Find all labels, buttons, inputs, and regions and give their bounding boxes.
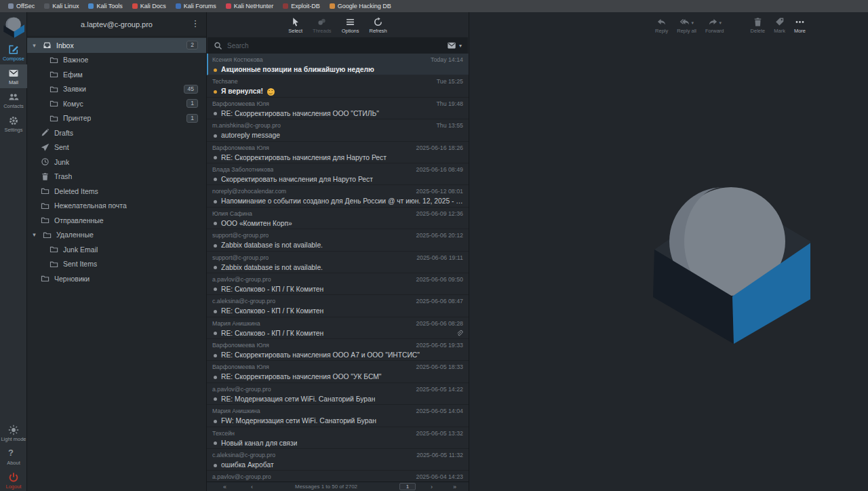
toolbar-label: Refresh [369, 28, 387, 34]
message-sender: c.aleksina@c-group.pro [212, 297, 275, 306]
folder-item-junk[interactable]: Junk [27, 155, 206, 170]
sidebar-item-compose[interactable]: Compose [0, 41, 27, 64]
search-input[interactable] [227, 42, 442, 50]
select-button[interactable]: Select [288, 17, 302, 34]
message-row[interactable]: c.aleksina@c-group.pro 2025-06-05 11:32 … [207, 449, 469, 471]
last-page-button[interactable]: » [453, 483, 456, 491]
folder-item-n16[interactable]: Черновики [27, 271, 206, 286]
message-subject: RE: Сколково - КП / ГК Комитен [221, 284, 323, 295]
toolbar-label: More [794, 28, 806, 34]
folder-item-n3[interactable]: Заявки 45 [27, 82, 206, 97]
tag-icon [774, 17, 785, 27]
delete-button[interactable]: Delete [751, 17, 766, 34]
account-menu-button[interactable]: ⋮ [191, 18, 200, 28]
message-sender: a.pavlov@c-group.pro [212, 385, 271, 394]
bookmark-kali-docs[interactable]: Kali Docs [127, 2, 171, 10]
message-row[interactable]: Влада Заболотникова 2025-06-16 08:49 Ско… [207, 163, 469, 185]
message-row[interactable]: c.aleksina@c-group.pro 2025-06-06 08:47 … [207, 295, 469, 317]
folder-item-junk-email[interactable]: Junk Email [27, 242, 206, 257]
chevron-down-icon[interactable]: ▾ [31, 231, 38, 238]
chevron-down-icon[interactable]: ▾ [31, 42, 38, 49]
threads-button[interactable]: Threads [313, 17, 332, 34]
message-date: 2025-06-05 13:32 [416, 429, 463, 438]
page-number-input[interactable]: 1 [399, 483, 416, 490]
folder-item-sent-items[interactable]: Sent Items [27, 257, 206, 272]
bookmark-offsec[interactable]: OffSec [3, 2, 39, 10]
inbox-icon [43, 41, 52, 50]
sidebar-item-about[interactable]: ? About [0, 445, 27, 469]
folder-item-n5[interactable]: Принтер 1 [27, 111, 206, 126]
bookmark-label: OffSec [16, 3, 35, 9]
first-page-button[interactable]: « [223, 483, 226, 491]
message-date: 2025-06-05 19:33 [416, 341, 463, 350]
message-row[interactable]: m.anishkina@c-group.pro Thu 13:55 autore… [207, 119, 469, 141]
sidebar-item-settings[interactable]: Settings [0, 112, 27, 136]
folder-icon [41, 186, 50, 195]
sidebar-item-logout[interactable]: Logout [0, 469, 27, 491]
clip-icon [456, 330, 463, 337]
message-row[interactable]: Ксения Костюкова Today 14:14 Акционные п… [207, 54, 469, 75]
folder-item-n13[interactable]: ▾ Удаленные [27, 228, 206, 243]
refresh-icon [373, 17, 383, 27]
search-scope-button[interactable]: ▾ [447, 41, 462, 50]
message-date: 2025-06-06 08:28 [416, 319, 463, 328]
folder-item-n11[interactable]: Нежелательная почта [27, 199, 206, 214]
folder-item-n4[interactable]: Комус 1 [27, 96, 206, 111]
message-row[interactable]: Мария Анишкина 2025-06-06 08:28 RE: Скол… [207, 317, 469, 339]
bookmark-google-hacking-db[interactable]: Google Hacking DB [325, 2, 396, 10]
message-row[interactable]: Техсейн 2025-06-05 13:32 Новый канал для… [207, 427, 469, 449]
message-row[interactable]: Варфоломеева Юля Thu 19:48 RE: Скорректи… [207, 98, 469, 119]
gear-icon [8, 115, 19, 126]
folder-icon [41, 274, 50, 283]
account-email[interactable]: a.laptev@c-group.pro [81, 20, 153, 28]
message-row[interactable]: a.pavlov@c-group.pro 2025-06-04 14:23 [207, 471, 469, 482]
folder-item-inbox[interactable]: ▾ Inbox 2 [27, 38, 206, 53]
message-subject: Скорректировать начисления для Наруто Ре… [221, 174, 373, 185]
message-row[interactable]: a.pavlov@c-group.pro 2025-06-05 14:22 RE… [207, 383, 469, 405]
message-subject: Я вернулся! [221, 86, 263, 97]
message-row[interactable]: support@c-group.pro 2025-06-06 19:11 Zab… [207, 252, 469, 273]
power-icon [8, 472, 19, 483]
sidebar-item-mail[interactable]: Mail [0, 64, 27, 88]
folder-item-sent[interactable]: Sent [27, 140, 206, 155]
message-row[interactable]: Techsane Tue 15:25 Я вернулся! [207, 75, 469, 97]
message-date: 2025-06-09 12:36 [416, 210, 463, 218]
refresh-button[interactable]: Refresh [369, 17, 387, 34]
bookmark-kali-forums[interactable]: Kali Forums [171, 2, 221, 10]
toolbar-label: Threads [313, 28, 332, 34]
folder-item-deleted-items[interactable]: Deleted Items [27, 184, 206, 199]
bookmark-kali-tools[interactable]: Kali Tools [83, 2, 127, 10]
sidebar-item-contacts[interactable]: Contacts [0, 88, 27, 112]
more-button[interactable]: More [794, 17, 806, 34]
mark-button[interactable]: Mark [774, 17, 785, 34]
message-row[interactable]: Юлия Сафина 2025-06-09 12:36 ООО «Комите… [207, 208, 469, 229]
message-sender: Варфоломеева Юля [212, 363, 269, 372]
message-row[interactable]: support@c-group.pro 2025-06-06 20:12 Zab… [207, 229, 469, 251]
folder-item-n12[interactable]: Отправленные [27, 213, 206, 228]
bookmark-kali-linux[interactable]: Kali Linux [39, 2, 83, 10]
bookmark-kali-nethunter[interactable]: Kali NetHunter [221, 2, 279, 10]
options-button[interactable]: Options [342, 17, 359, 34]
message-row[interactable]: Варфоломеева Юля 2025-06-05 19:33 RE: Ск… [207, 339, 469, 361]
folder-item-n2[interactable]: Ефим [27, 67, 206, 82]
folder-name: Junk [54, 158, 69, 166]
message-row[interactable]: noreply@zohocalendar.com 2025-06-12 08:0… [207, 185, 469, 207]
read-indicator [214, 310, 217, 313]
bookmark-label: Exploit-DB [291, 3, 320, 9]
message-row[interactable]: Варфоломеева Юля 2025-06-16 18:26 RE: Ск… [207, 142, 469, 163]
forward-button[interactable]: ▾ Forward [705, 17, 724, 34]
message-date: 2025-06-16 08:49 [416, 165, 463, 174]
reply-button[interactable]: Reply [655, 17, 668, 34]
folder-item-trash[interactable]: Trash [27, 170, 206, 184]
folder-item-n1[interactable]: Важное [27, 53, 206, 68]
sidebar-item-light-mode[interactable]: Light mode [0, 421, 27, 445]
chevron-down-icon: ▾ [459, 43, 462, 49]
next-page-button[interactable]: › [431, 483, 433, 491]
message-row[interactable]: a.pavlov@c-group.pro 2025-06-06 09:50 RE… [207, 273, 469, 295]
bookmark-exploit-db[interactable]: Exploit-DB [278, 2, 325, 10]
reply-all-button[interactable]: ▾ Reply all [677, 17, 696, 34]
message-row[interactable]: Мария Анишкина 2025-06-05 14:04 FW: Моде… [207, 405, 469, 427]
folder-item-drafts[interactable]: Drafts [27, 125, 206, 140]
message-row[interactable]: Варфоломеева Юля 2025-06-05 18:33 RE: Ск… [207, 361, 469, 382]
folder-name: Junk Email [63, 246, 98, 254]
